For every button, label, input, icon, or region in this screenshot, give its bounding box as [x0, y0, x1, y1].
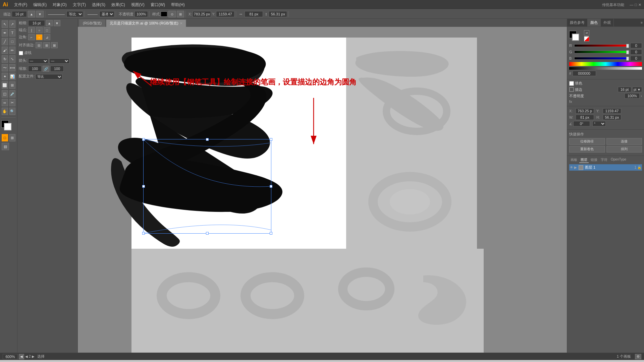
- offset-path-btn[interactable]: 位移路径: [569, 138, 605, 145]
- hand-tool[interactable]: ✋: [2, 108, 8, 115]
- type-tool[interactable]: T: [9, 29, 16, 37]
- fill-stroke-indicator[interactable]: [569, 31, 581, 41]
- opacity-input[interactable]: [135, 11, 148, 17]
- menu-select[interactable]: 选择(S): [89, 1, 108, 8]
- y-transform-input[interactable]: [603, 108, 621, 114]
- align-btn[interactable]: ⊞: [177, 11, 184, 17]
- grayscale-bar[interactable]: [569, 67, 642, 70]
- rect-tool[interactable]: □: [9, 38, 16, 45]
- r-value-input[interactable]: 0: [630, 43, 642, 48]
- arrowhead-start[interactable]: —: [28, 58, 48, 64]
- r-slider[interactable]: [574, 44, 629, 47]
- artboard-next[interactable]: ▶: [32, 355, 35, 358]
- h-transform-input[interactable]: [603, 115, 621, 120]
- stroke-color-swatch[interactable]: [572, 34, 579, 41]
- stroke-width-input[interactable]: [12, 11, 27, 17]
- stroke-app-value[interactable]: 16 pt: [618, 87, 631, 92]
- stroke-unit-btn[interactable]: pt ▼: [632, 87, 642, 92]
- tab-color[interactable]: 颜色: [588, 19, 601, 26]
- corner-miter[interactable]: ⌐: [28, 34, 35, 40]
- zoom-down-btn[interactable]: ◀: [19, 354, 24, 359]
- menu-text[interactable]: 文字(T): [70, 1, 89, 8]
- graph-tool[interactable]: 📊: [9, 73, 16, 80]
- arrange-btn[interactable]: 排列: [606, 146, 642, 153]
- symbol-tool[interactable]: ✦: [2, 73, 8, 80]
- pen-tool[interactable]: ✒: [2, 29, 8, 37]
- width-input[interactable]: [245, 11, 263, 17]
- menu-object[interactable]: 对象(O): [50, 1, 69, 8]
- select-tool[interactable]: ↖: [2, 20, 8, 28]
- x-coord-input[interactable]: [193, 11, 211, 17]
- g-value-input[interactable]: 0: [630, 49, 642, 55]
- corner-round[interactable]: ○: [36, 34, 43, 40]
- profile-select[interactable]: 等比: [36, 74, 62, 79]
- artboard-settings-btn[interactable]: ⚙: [635, 354, 641, 359]
- column-tool[interactable]: ⬜: [2, 81, 8, 89]
- scale-tool[interactable]: ⤡: [9, 55, 16, 63]
- hex-color-input[interactable]: 000000: [573, 71, 596, 76]
- y-coord-input[interactable]: [216, 11, 234, 17]
- tab-close-btn[interactable]: ✕: [180, 21, 182, 25]
- menu-view[interactable]: 视图(V): [128, 1, 147, 8]
- angle-input[interactable]: [573, 121, 590, 126]
- stroke-width-down[interactable]: ▼: [54, 20, 60, 26]
- cap-square[interactable]: □: [44, 27, 50, 33]
- tab-links[interactable]: 链接: [589, 157, 599, 163]
- scale-x-input[interactable]: [28, 66, 42, 72]
- stroke-up-btn[interactable]: ▲: [28, 11, 35, 17]
- b-value-input[interactable]: 0: [630, 56, 642, 61]
- swap-colors-btn[interactable]: ⇄: [584, 30, 589, 36]
- align-inside[interactable]: ⊞: [43, 42, 50, 48]
- height-input[interactable]: [269, 11, 287, 17]
- behind-mode-btn[interactable]: ⊞: [9, 134, 16, 141]
- menu-file[interactable]: 文件(F): [11, 1, 30, 8]
- join-btn[interactable]: 连接: [606, 138, 642, 145]
- style-btn[interactable]: ⊙: [168, 11, 176, 17]
- arrowhead-end[interactable]: —: [49, 58, 69, 64]
- panel-menu-btn[interactable]: ≡: [641, 21, 643, 24]
- tab-layers[interactable]: 图层: [579, 157, 589, 163]
- stroke-width-up[interactable]: ▲: [46, 20, 53, 26]
- menu-edit[interactable]: 编辑(E): [31, 1, 49, 8]
- screen-mode-btn[interactable]: ▤: [2, 143, 9, 150]
- g-slider[interactable]: [574, 51, 629, 53]
- width-tool[interactable]: ⟺: [9, 64, 16, 71]
- color-spectrum-bar[interactable]: [569, 62, 642, 66]
- gradient-tool[interactable]: ◫: [2, 90, 8, 98]
- zoom-input[interactable]: 600%: [3, 354, 18, 359]
- canvas-area[interactable]: (RGB/预览) 元旦是只喵源文件.ai @ 100% (RGB/预览) ✕ 继…: [78, 19, 567, 353]
- w-transform-input[interactable]: [576, 115, 594, 120]
- menu-effect[interactable]: 效果(C): [109, 1, 128, 8]
- line-tool[interactable]: ╱: [2, 38, 8, 45]
- stroke-width-field[interactable]: [28, 20, 45, 26]
- fill-icon[interactable]: [569, 81, 574, 86]
- layer-item[interactable]: 👁 ▶ 图层 1 1 🔓: [569, 164, 642, 171]
- fill-stroke-indicator[interactable]: [1, 120, 16, 132]
- corner-bevel[interactable]: ⊿: [44, 34, 50, 40]
- align-outside[interactable]: ⊠: [51, 42, 58, 48]
- dashes-check[interactable]: [19, 51, 23, 55]
- tab-color-reference[interactable]: 颜色参考: [567, 19, 588, 26]
- tab-appearance-right[interactable]: 外观: [601, 19, 614, 26]
- x-transform-input[interactable]: [576, 108, 594, 114]
- align-center[interactable]: ⊟: [36, 42, 42, 48]
- tab-rgb-preview[interactable]: (RGB/预览): [79, 19, 105, 27]
- style-swatch[interactable]: [161, 11, 167, 17]
- brush-tool[interactable]: 🖌: [2, 47, 8, 54]
- angle-unit-select[interactable]: °: [592, 121, 606, 126]
- tab-character[interactable]: 字符: [599, 157, 609, 163]
- tab-artboard[interactable]: 画板: [569, 157, 579, 163]
- window-controls[interactable]: — □ ✕: [630, 3, 641, 7]
- blend-tool[interactable]: ∞: [2, 99, 8, 106]
- layer-visibility-btn[interactable]: 👁: [570, 166, 573, 169]
- artboard-prev[interactable]: ◀: [25, 355, 28, 358]
- reset-colors-btn[interactable]: [584, 36, 589, 42]
- brush-dropdown[interactable]: 基本: [99, 11, 114, 17]
- b-slider[interactable]: [574, 57, 629, 60]
- stroke-icon[interactable]: [569, 87, 574, 92]
- cap-round[interactable]: ○: [36, 27, 43, 33]
- profile-dropdown[interactable]: 等比: [66, 11, 83, 17]
- menu-window[interactable]: 窗口(W): [148, 1, 168, 8]
- layer-expand-btn[interactable]: ▶: [574, 166, 577, 169]
- normal-mode-btn[interactable]: □: [2, 134, 8, 141]
